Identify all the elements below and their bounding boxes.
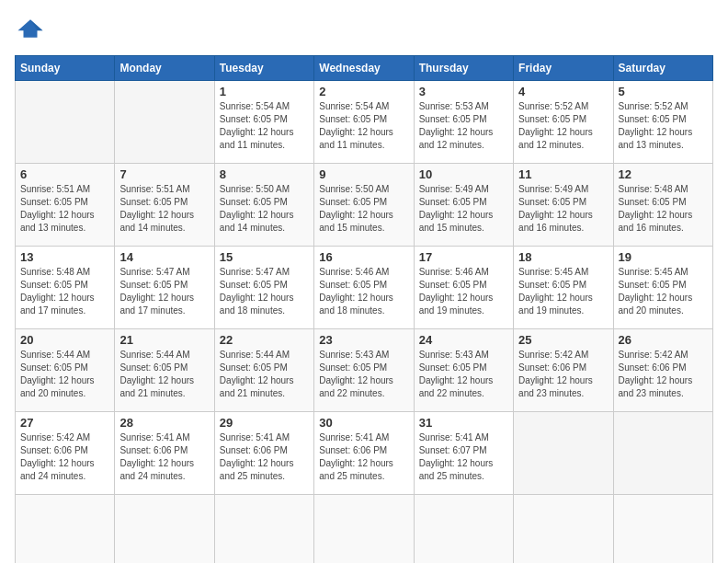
day-number: 25: [518, 333, 608, 347]
day-cell: 27Sunrise: 5:42 AM Sunset: 6:06 PM Dayli…: [16, 412, 115, 495]
day-cell: 31Sunrise: 5:41 AM Sunset: 6:07 PM Dayli…: [414, 412, 513, 495]
day-number: 9: [319, 167, 408, 181]
day-cell: 22Sunrise: 5:44 AM Sunset: 6:05 PM Dayli…: [214, 329, 313, 412]
weekday-wednesday: Wednesday: [314, 56, 414, 81]
day-info: Sunrise: 5:50 AM Sunset: 6:05 PM Dayligh…: [319, 183, 408, 235]
day-info: Sunrise: 5:44 AM Sunset: 6:05 PM Dayligh…: [220, 349, 309, 400]
day-cell: 9Sunrise: 5:50 AM Sunset: 6:05 PM Daylig…: [314, 164, 414, 247]
day-cell: 2Sunrise: 5:54 AM Sunset: 6:05 PM Daylig…: [314, 81, 414, 164]
weekday-sunday: Sunday: [16, 56, 115, 81]
day-info: Sunrise: 5:41 AM Sunset: 6:06 PM Dayligh…: [119, 431, 209, 483]
calendar-week-row: 13Sunrise: 5:48 AM Sunset: 6:05 PM Dayli…: [16, 247, 713, 329]
weekday-thursday: Thursday: [414, 56, 513, 81]
empty-day-cell: [115, 495, 214, 564]
day-number: 1: [220, 85, 309, 98]
day-info: Sunrise: 5:43 AM Sunset: 6:05 PM Dayligh…: [419, 349, 508, 400]
day-cell: 1Sunrise: 5:54 AM Sunset: 6:05 PM Daylig…: [214, 81, 313, 164]
empty-day-cell: [314, 495, 414, 564]
day-info: Sunrise: 5:51 AM Sunset: 6:05 PM Dayligh…: [119, 183, 209, 235]
day-cell: 29Sunrise: 5:41 AM Sunset: 6:06 PM Dayli…: [214, 412, 313, 495]
day-cell: 20Sunrise: 5:44 AM Sunset: 6:05 PM Dayli…: [16, 329, 115, 412]
day-info: Sunrise: 5:53 AM Sunset: 6:05 PM Dayligh…: [419, 100, 508, 152]
empty-day-cell: [414, 495, 513, 564]
day-number: 16: [319, 250, 408, 264]
day-cell: 14Sunrise: 5:47 AM Sunset: 6:05 PM Dayli…: [115, 247, 214, 329]
calendar-week-row: 27Sunrise: 5:42 AM Sunset: 6:06 PM Dayli…: [16, 412, 713, 495]
day-number: 11: [518, 167, 608, 181]
day-info: Sunrise: 5:50 AM Sunset: 6:05 PM Dayligh…: [220, 183, 309, 235]
weekday-header-row: SundayMondayTuesdayWednesdayThursdayFrid…: [16, 56, 713, 81]
day-number: 6: [20, 167, 109, 181]
day-info: Sunrise: 5:41 AM Sunset: 6:06 PM Dayligh…: [220, 431, 309, 483]
logo: [15, 15, 44, 46]
day-cell: 11Sunrise: 5:49 AM Sunset: 6:05 PM Dayli…: [514, 164, 613, 247]
day-number: 17: [419, 250, 508, 264]
calendar-week-row: 1Sunrise: 5:54 AM Sunset: 6:05 PM Daylig…: [16, 81, 713, 164]
day-number: 18: [518, 250, 608, 264]
empty-day-cell: [16, 495, 115, 564]
calendar-week-row: 6Sunrise: 5:51 AM Sunset: 6:05 PM Daylig…: [16, 164, 713, 247]
day-number: 14: [119, 250, 209, 264]
weekday-saturday: Saturday: [613, 56, 712, 81]
empty-day-cell: [115, 81, 214, 164]
day-number: 22: [220, 333, 309, 347]
day-info: Sunrise: 5:45 AM Sunset: 6:05 PM Dayligh…: [619, 266, 708, 317]
empty-day-cell: [16, 81, 115, 164]
day-cell: 8Sunrise: 5:50 AM Sunset: 6:05 PM Daylig…: [214, 164, 313, 247]
calendar-body: 1Sunrise: 5:54 AM Sunset: 6:05 PM Daylig…: [16, 81, 713, 564]
day-info: Sunrise: 5:42 AM Sunset: 6:06 PM Dayligh…: [20, 431, 109, 483]
day-cell: 24Sunrise: 5:43 AM Sunset: 6:05 PM Dayli…: [414, 329, 513, 412]
day-info: Sunrise: 5:51 AM Sunset: 6:05 PM Dayligh…: [20, 183, 109, 235]
day-info: Sunrise: 5:44 AM Sunset: 6:05 PM Dayligh…: [20, 349, 109, 400]
day-number: 24: [419, 333, 508, 347]
day-cell: 6Sunrise: 5:51 AM Sunset: 6:05 PM Daylig…: [16, 164, 115, 247]
day-info: Sunrise: 5:47 AM Sunset: 6:05 PM Dayligh…: [220, 266, 309, 317]
day-number: 19: [619, 250, 708, 264]
day-number: 28: [119, 416, 209, 430]
day-cell: 7Sunrise: 5:51 AM Sunset: 6:05 PM Daylig…: [115, 164, 214, 247]
day-info: Sunrise: 5:49 AM Sunset: 6:05 PM Dayligh…: [518, 183, 608, 235]
day-info: Sunrise: 5:48 AM Sunset: 6:05 PM Dayligh…: [619, 183, 708, 235]
day-cell: 10Sunrise: 5:49 AM Sunset: 6:05 PM Dayli…: [414, 164, 513, 247]
day-cell: 4Sunrise: 5:52 AM Sunset: 6:05 PM Daylig…: [514, 81, 613, 164]
day-info: Sunrise: 5:41 AM Sunset: 6:07 PM Dayligh…: [419, 431, 508, 483]
day-number: 15: [220, 250, 309, 264]
day-number: 23: [319, 333, 408, 347]
day-info: Sunrise: 5:46 AM Sunset: 6:05 PM Dayligh…: [419, 266, 508, 317]
day-cell: 25Sunrise: 5:42 AM Sunset: 6:06 PM Dayli…: [514, 329, 613, 412]
empty-day-cell: [613, 412, 712, 495]
day-cell: 15Sunrise: 5:47 AM Sunset: 6:05 PM Dayli…: [214, 247, 313, 329]
day-info: Sunrise: 5:54 AM Sunset: 6:05 PM Dayligh…: [220, 100, 309, 152]
day-cell: 19Sunrise: 5:45 AM Sunset: 6:05 PM Dayli…: [613, 247, 712, 329]
day-number: 30: [319, 416, 408, 430]
day-info: Sunrise: 5:43 AM Sunset: 6:05 PM Dayligh…: [319, 349, 408, 400]
day-info: Sunrise: 5:42 AM Sunset: 6:06 PM Dayligh…: [619, 349, 708, 400]
day-info: Sunrise: 5:49 AM Sunset: 6:05 PM Dayligh…: [419, 183, 508, 235]
weekday-friday: Friday: [514, 56, 613, 81]
day-info: Sunrise: 5:47 AM Sunset: 6:05 PM Dayligh…: [119, 266, 209, 317]
empty-day-cell: [214, 495, 313, 564]
empty-day-cell: [613, 495, 712, 564]
day-number: 20: [20, 333, 109, 347]
day-number: 29: [220, 416, 309, 430]
day-cell: 30Sunrise: 5:41 AM Sunset: 6:06 PM Dayli…: [314, 412, 414, 495]
day-number: 31: [419, 416, 508, 430]
day-info: Sunrise: 5:48 AM Sunset: 6:05 PM Dayligh…: [20, 266, 109, 317]
day-info: Sunrise: 5:42 AM Sunset: 6:06 PM Dayligh…: [518, 349, 608, 400]
day-cell: 26Sunrise: 5:42 AM Sunset: 6:06 PM Dayli…: [613, 329, 712, 412]
day-info: Sunrise: 5:54 AM Sunset: 6:05 PM Dayligh…: [319, 100, 408, 152]
day-number: 2: [319, 85, 408, 98]
day-info: Sunrise: 5:44 AM Sunset: 6:05 PM Dayligh…: [119, 349, 209, 400]
logo-icon: [17, 15, 44, 42]
day-cell: 18Sunrise: 5:45 AM Sunset: 6:05 PM Dayli…: [514, 247, 613, 329]
day-number: 7: [119, 167, 209, 181]
day-info: Sunrise: 5:41 AM Sunset: 6:06 PM Dayligh…: [319, 431, 408, 483]
day-cell: 17Sunrise: 5:46 AM Sunset: 6:05 PM Dayli…: [414, 247, 513, 329]
empty-day-cell: [514, 412, 613, 495]
weekday-monday: Monday: [115, 56, 214, 81]
day-number: 26: [619, 333, 708, 347]
day-number: 8: [220, 167, 309, 181]
day-info: Sunrise: 5:46 AM Sunset: 6:05 PM Dayligh…: [319, 266, 408, 317]
day-number: 5: [619, 85, 708, 98]
page-header: [15, 15, 713, 46]
